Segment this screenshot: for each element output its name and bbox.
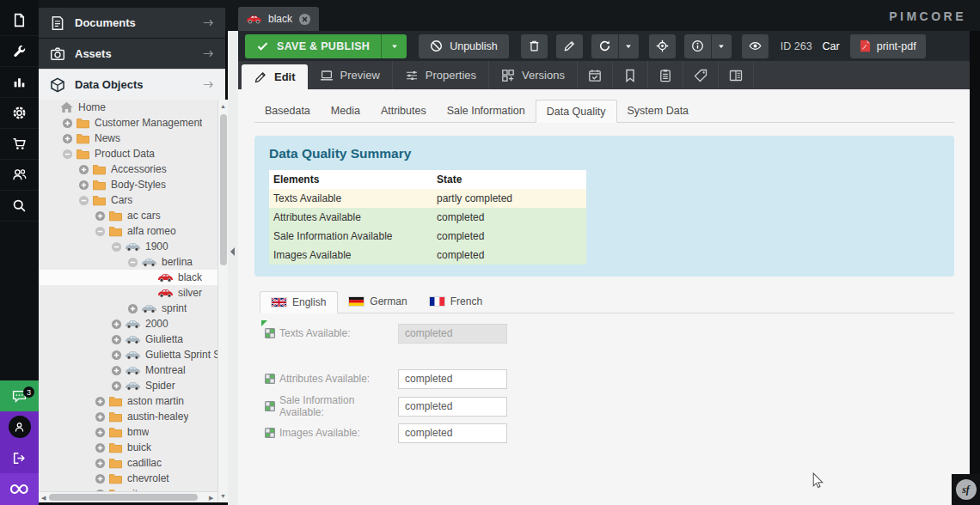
tree-item-black[interactable]: black [39,270,217,285]
tab-bookmark[interactable] [613,61,648,89]
tree-item-chevrolet[interactable]: chevrolet [39,471,217,486]
print-pdf-button[interactable]: print-pdf [850,34,926,58]
expand-icon[interactable] [62,133,73,144]
tree-horizontal-scrollbar[interactable]: ◀ ▶ [39,491,217,502]
expand-icon[interactable] [95,473,106,484]
user-profile-button[interactable] [0,411,39,442]
tree-item-body-styles[interactable]: Body-Styles [39,177,217,192]
sidebar-settings-button[interactable] [0,98,39,129]
expand-icon[interactable] [95,442,106,453]
expand-icon[interactable] [62,118,73,129]
tree-item-buick[interactable]: buick [39,440,217,455]
tab-tag[interactable] [683,61,719,89]
tree-item-montreal[interactable]: Montreal [39,362,217,378]
tab-basedata[interactable]: Basedata [254,99,321,122]
language-tab-french[interactable]: French [419,290,493,313]
tab-versions[interactable]: Versions [489,61,578,89]
tree-item-alfa-romeo[interactable]: alfa romeo [39,223,217,239]
locate-in-tree-button[interactable] [649,34,676,58]
field-input[interactable]: completed [398,423,507,443]
tab-preview[interactable]: Preview [308,61,393,89]
scroll-down-arrow[interactable]: ▼ [220,493,226,499]
expand-icon[interactable] [78,179,89,191]
scroll-left-arrow[interactable]: ◀ [41,495,46,501]
tab-sale-information[interactable]: Sale Information [437,99,536,122]
reload-options-dropdown[interactable] [618,34,639,58]
tree-item-1900[interactable]: 1900 [39,239,217,254]
expand-icon[interactable] [95,427,106,438]
sidebar-documents-button[interactable] [0,5,39,36]
tree-item-bmw[interactable]: bmw [39,424,217,440]
expand-icon[interactable] [111,380,122,392]
scroll-thumb[interactable] [49,494,198,501]
logout-button[interactable] [0,442,39,473]
tab-calendar-check[interactable] [578,61,613,89]
open-preview-button[interactable] [742,34,769,58]
tab-media[interactable]: Media [321,99,371,122]
save-options-dropdown[interactable] [381,34,407,58]
tab-system-data[interactable]: System Data [617,99,700,122]
open-object-tab[interactable]: black [238,7,319,31]
tab-clipboard[interactable] [648,61,683,89]
tab-attributes[interactable]: Attributes [371,99,437,122]
unpublish-button[interactable]: Unpublish [419,34,509,58]
collapse-icon[interactable] [95,226,106,237]
tree-item-austin-healey[interactable]: austin-healey [39,409,217,424]
tab-edit[interactable]: Edit [242,64,308,89]
tree-item-sprint[interactable]: sprint [39,301,217,316]
tree-item-ac-cars[interactable]: ac cars [39,208,217,223]
collapse-icon[interactable] [78,195,89,206]
notifications-button[interactable]: 3 [0,380,39,411]
sidebar-tools-button[interactable] [0,36,39,67]
info-button[interactable] [684,34,732,58]
scroll-up-arrow[interactable]: ▲ [220,103,226,109]
collapse-icon[interactable] [127,257,138,268]
accordion-data-objects[interactable]: Data Objects [39,69,225,100]
expand-icon[interactable] [111,365,122,376]
pimcore-brand-button[interactable] [0,473,39,505]
sidebar-reports-button[interactable] [0,67,39,98]
expand-icon[interactable] [111,350,122,361]
scroll-right-arrow[interactable]: ▶ [209,495,213,501]
tree-item-cars[interactable]: Cars [39,192,217,208]
sidebar-search-button[interactable] [0,191,39,222]
expand-icon[interactable] [95,411,106,423]
scroll-thumb[interactable] [220,114,227,265]
tree-item-giulietta[interactable]: Giulietta [39,332,217,347]
language-tab-german[interactable]: German [338,290,418,313]
tree-item-aston-martin[interactable]: aston martin [39,393,217,409]
tree-item-news[interactable]: News [39,131,217,146]
tree-item-berlina[interactable]: berlina [39,254,217,270]
tree-item-home[interactable]: Home [39,100,217,115]
close-icon[interactable] [298,13,311,26]
tree-item-gulietta-sprint-specia[interactable]: Gulietta Sprint Specia [39,347,217,362]
tree-item-accessories[interactable]: Accessories [39,161,217,177]
accordion-assets[interactable]: Assets [39,38,225,69]
tree-vertical-scrollbar[interactable]: ▲ ▼ [217,100,228,502]
tab-data-quality[interactable]: Data Quality [536,100,617,123]
collapse-icon[interactable] [111,241,122,252]
expand-icon[interactable] [95,396,106,407]
language-tab-english[interactable]: English [260,291,338,313]
tab-properties[interactable]: Properties [393,61,489,89]
field-input[interactable]: completed [398,397,507,417]
rename-button[interactable] [556,34,583,58]
tree-item-silver[interactable]: silver [39,285,217,301]
sidebar-ecommerce-button[interactable] [0,129,39,160]
field-input[interactable]: completed [398,369,507,389]
tree-item-cadillac[interactable]: cadillac [39,455,217,471]
expand-icon[interactable] [127,303,138,314]
delete-button[interactable] [521,34,548,58]
collapse-icon[interactable] [62,149,73,160]
tree-item-product-data[interactable]: Product Data [39,146,217,161]
expand-icon[interactable] [95,458,106,469]
panel-splitter[interactable] [228,31,238,505]
tree-item-spider[interactable]: Spider [39,378,217,393]
tree-item-2000[interactable]: 2000 [39,316,217,332]
tree-item-customer-management[interactable]: Customer Management [39,115,217,131]
info-options-dropdown[interactable] [711,34,732,58]
tab-book[interactable] [719,61,754,89]
expand-icon[interactable] [111,334,122,345]
save-publish-button[interactable]: SAVE & PUBLISH [245,34,407,58]
sidebar-customers-button[interactable] [0,160,39,191]
